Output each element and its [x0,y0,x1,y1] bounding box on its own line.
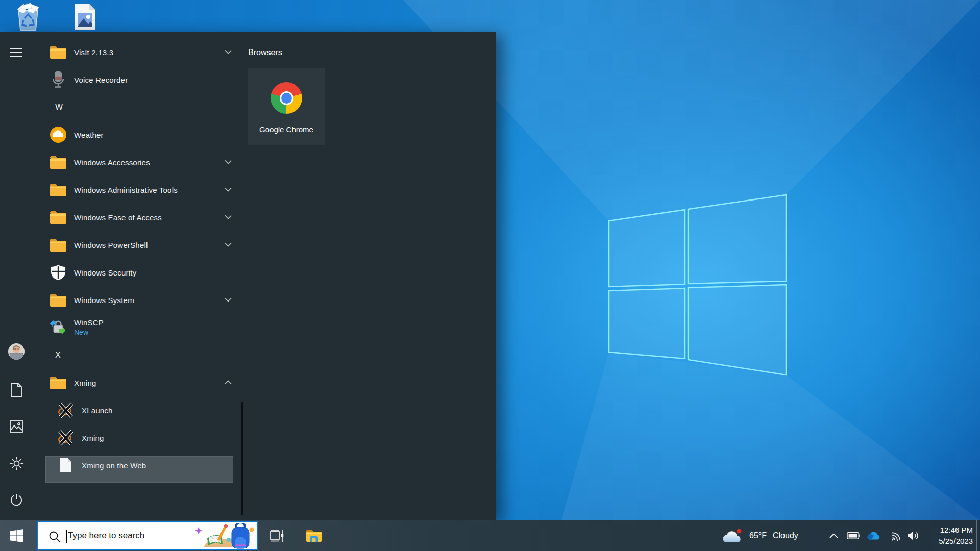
task-view-button[interactable] [264,520,289,551]
chevron-up-icon[interactable] [225,380,232,385]
system-tray [827,520,920,551]
file-explorer-icon [306,529,322,542]
tray-temperature: 65°F [749,531,767,540]
taskbar-search[interactable] [37,521,258,550]
weather-cloud-icon [722,527,743,544]
chevron-down-icon[interactable] [225,215,232,219]
tray-time: 12:46 PM [939,524,973,536]
app-item-visit[interactable]: VisIt 2.13.3 [33,38,240,66]
document-icon [57,457,75,474]
task-view-icon [270,530,284,542]
folder-icon [50,291,67,309]
battery-icon[interactable] [847,520,860,551]
text-caret [66,530,67,543]
app-item-voice-recorder[interactable]: Voice Recorder [33,66,240,93]
taskbar-clock[interactable]: 12:46 PM 5/25/2023 [939,520,973,551]
chevron-down-icon[interactable] [225,160,232,164]
wifi-icon[interactable] [887,520,900,551]
app-item-windows-accessories[interactable]: Windows Accessories [33,148,240,176]
chrome-icon [271,82,302,114]
power-icon[interactable] [0,488,33,512]
chevron-down-icon[interactable] [225,242,232,247]
folder-icon [50,181,67,198]
winscp-icon [50,319,67,336]
app-item-windows-security[interactable]: Windows Security [33,259,240,286]
folder-icon [50,236,67,254]
menu-hamburger-button[interactable] [0,40,33,65]
app-item-windows-powershell[interactable]: Windows PowerShell [33,231,240,259]
settings-gear-icon[interactable] [0,451,33,475]
recycle-bin-icon[interactable] [13,3,43,34]
onedrive-icon[interactable] [867,520,880,551]
taskbar: 65°F Cloudy [0,520,980,551]
voice-recorder-icon [50,71,67,88]
folder-icon [50,374,67,391]
new-badge: New [74,328,104,337]
chevron-down-icon[interactable] [225,49,232,54]
app-item-windows-ease-of-access[interactable]: Windows Ease of Access [33,204,240,231]
start-menu-panel: VisIt 2.13.3 Voice Recorder W [0,32,496,520]
google-chrome-tile[interactable]: Google Chrome [248,68,325,145]
section-header-w[interactable]: W [33,93,240,121]
app-item-windows-system[interactable]: Windows System [33,286,240,314]
app-list-scrollbar[interactable] [241,402,243,515]
tile-group-label: Browsers [248,48,282,57]
tray-date: 5/25/2023 [939,536,973,547]
tray-weather-widget[interactable]: 65°F Cloudy [722,520,798,551]
user-avatar[interactable] [0,339,33,364]
folder-icon [50,43,67,61]
image-file-icon[interactable] [73,4,96,32]
start-button[interactable] [0,520,33,551]
app-item-xlaunch[interactable]: XLaunch [33,396,240,424]
app-item-windows-administrative-tools[interactable]: Windows Administrative Tools [33,176,240,204]
section-header-x[interactable]: X [33,341,240,369]
search-input[interactable] [68,522,190,549]
app-item-xming-folder[interactable]: Xming [33,369,240,396]
chevron-down-icon[interactable] [225,187,232,192]
xorg-icon [57,402,75,419]
start-menu-app-list: VisIt 2.13.3 Voice Recorder W [33,38,240,479]
app-item-weather[interactable]: Weather [33,121,240,148]
documents-icon[interactable] [0,378,33,402]
app-item-winscp[interactable]: WinSCP New [33,314,240,341]
app-item-xming-selected[interactable]: Xming [33,424,240,452]
pictures-icon[interactable] [0,414,33,439]
file-explorer-button[interactable] [302,520,326,551]
folder-icon [50,209,67,226]
shield-icon [50,264,67,281]
hidden-icons-chevron[interactable] [827,520,840,551]
tray-condition: Cloudy [773,531,798,540]
weather-app-icon [50,126,67,143]
xorg-icon [57,429,75,446]
search-highlight-illustration[interactable] [194,523,256,549]
windows-flag-icon [10,529,23,542]
search-icon [48,531,61,543]
start-menu-rail [0,32,33,520]
show-desktop-button[interactable] [976,520,980,551]
volume-icon[interactable] [906,520,920,551]
folder-icon [50,154,67,171]
app-item-xming-on-the-web[interactable]: Xming on the Web [33,452,240,479]
chevron-down-icon[interactable] [225,297,232,302]
